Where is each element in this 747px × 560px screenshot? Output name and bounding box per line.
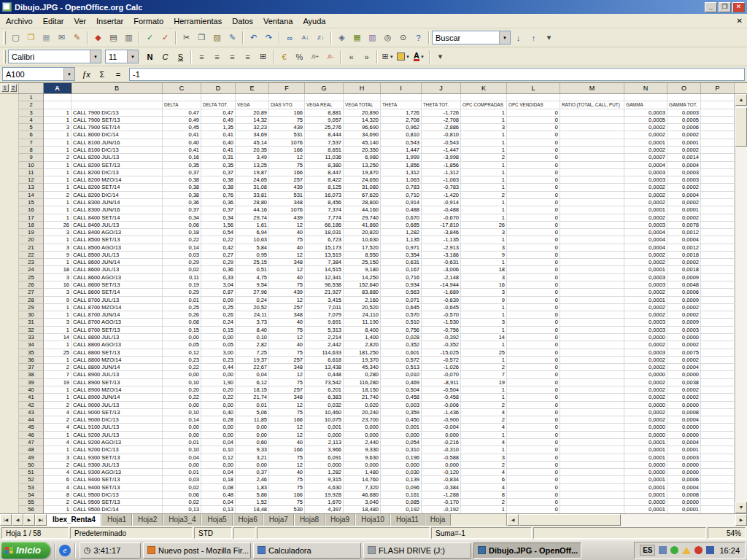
- cell-M7[interactable]: [560, 139, 624, 147]
- cell-N48[interactable]: 0,0001: [624, 446, 667, 454]
- row-header-28[interactable]: 28: [19, 297, 44, 304]
- cell-C24[interactable]: 0,02: [163, 266, 201, 273]
- cell-M1[interactable]: [560, 94, 624, 101]
- cell-D38[interactable]: 0,00: [201, 371, 236, 378]
- cell-P47[interactable]: [701, 439, 735, 446]
- menu-formato[interactable]: Formato: [128, 15, 169, 28]
- cell-J9[interactable]: -3,998: [422, 154, 461, 161]
- cell-C28[interactable]: 0,01: [163, 297, 201, 304]
- cell-A28[interactable]: 9: [44, 297, 71, 304]
- column-header-N[interactable]: N: [624, 83, 667, 94]
- cell-L5[interactable]: 0: [507, 124, 560, 131]
- cell-D56[interactable]: 0,13: [201, 506, 236, 513]
- cell-H29[interactable]: 20,520: [344, 304, 381, 311]
- cell-L55[interactable]: 0: [507, 499, 560, 506]
- cell-G48[interactable]: 3,966: [305, 446, 344, 454]
- cell-L3[interactable]: 0: [507, 109, 560, 117]
- cell-G28[interactable]: 3,415: [305, 297, 344, 304]
- cell-G27[interactable]: 21,927: [305, 289, 344, 296]
- cell-L56[interactable]: 0: [507, 506, 560, 513]
- cell-H28[interactable]: 2,160: [344, 297, 381, 304]
- cell-I41[interactable]: 0,458: [381, 394, 422, 401]
- cell-C34[interactable]: 0,05: [163, 341, 201, 349]
- cell-K11[interactable]: 1: [461, 169, 507, 176]
- cell-P54[interactable]: [701, 491, 735, 499]
- row-header-7[interactable]: 7: [19, 139, 44, 147]
- cell-J17[interactable]: -0,670: [422, 214, 461, 222]
- cell-M33[interactable]: [560, 334, 624, 341]
- scroll-right-icon[interactable]: ▶: [735, 514, 747, 526]
- row-header-31[interactable]: 31: [19, 319, 44, 326]
- cell-E40[interactable]: 18,15: [236, 386, 269, 394]
- cell-J6[interactable]: -0,810: [422, 131, 461, 139]
- cell-J8[interactable]: -1,447: [422, 147, 461, 154]
- cell-M28[interactable]: [560, 297, 624, 304]
- cell-N1[interactable]: [624, 94, 667, 101]
- cell-A26[interactable]: 16: [44, 281, 71, 289]
- row-header-49[interactable]: 49: [19, 454, 44, 462]
- cut-icon[interactable]: ✂: [179, 30, 194, 45]
- cell-N43[interactable]: 0,0002: [624, 409, 667, 416]
- cell-O21[interactable]: 0,0012: [667, 244, 701, 252]
- cell-H49[interactable]: 9,630: [344, 454, 381, 462]
- paste-icon[interactable]: ▨: [209, 30, 225, 45]
- cell-F23[interactable]: 348: [269, 259, 305, 266]
- cell-F45[interactable]: 12: [269, 424, 305, 431]
- row-header-56[interactable]: 56: [19, 506, 44, 513]
- cell-C51[interactable]: 0,01: [163, 469, 201, 476]
- cell-J11[interactable]: -1,312: [422, 169, 461, 176]
- cell-B24[interactable]: CALL 8600 JUL/13: [71, 266, 163, 273]
- cell-J50[interactable]: 0,000: [422, 462, 461, 469]
- column-header-C[interactable]: C: [163, 83, 201, 94]
- cell-G56[interactable]: 4,397: [305, 506, 344, 513]
- cell-A55[interactable]: 2: [44, 499, 71, 506]
- cell-N51[interactable]: 0,0000: [624, 469, 667, 476]
- cell-M45[interactable]: [560, 424, 624, 431]
- cell-A36[interactable]: 1: [44, 357, 71, 364]
- cell-N5[interactable]: 0,0002: [624, 124, 667, 131]
- cell-H26[interactable]: 152,640: [344, 281, 381, 289]
- cell-O6[interactable]: 0,0002: [667, 131, 701, 139]
- cell-G30[interactable]: 7,079: [305, 311, 344, 319]
- cell-C8[interactable]: 0,41: [163, 147, 201, 154]
- cell-A53[interactable]: 4: [44, 484, 71, 491]
- cell-I22[interactable]: 0,354: [381, 252, 422, 259]
- cell-I5[interactable]: 0,962: [381, 124, 422, 131]
- cell-H54[interactable]: 46,880: [344, 491, 381, 499]
- cell-B15[interactable]: CALL 8300 JUN/14: [71, 199, 163, 206]
- cell-A34[interactable]: 1: [44, 341, 71, 349]
- cell-A7[interactable]: 1: [44, 139, 71, 147]
- cell-A41[interactable]: 1: [44, 394, 71, 401]
- toolbar-options-standard-icon[interactable]: ▾: [541, 30, 557, 45]
- cell-N31[interactable]: 0,0003: [624, 319, 667, 326]
- cell-D30[interactable]: 0,26: [201, 311, 236, 319]
- cell-I35[interactable]: 0,601: [381, 349, 422, 357]
- cell-L19[interactable]: 0: [507, 229, 560, 236]
- cell-B13[interactable]: CALL 8200 SET/14: [71, 184, 163, 191]
- row-header-29[interactable]: 29: [19, 304, 44, 311]
- cell-G3[interactable]: 8,881: [305, 109, 344, 117]
- cell-O13[interactable]: 0,0002: [667, 184, 701, 191]
- vertical-scroll-thumb[interactable]: [735, 107, 747, 147]
- cell-I19[interactable]: 1,282: [381, 229, 422, 236]
- cell-J20[interactable]: -1,135: [422, 236, 461, 244]
- cell-C40[interactable]: 0,20: [163, 386, 201, 394]
- cell-J32[interactable]: -0,756: [422, 327, 461, 334]
- cell-M20[interactable]: [560, 236, 624, 244]
- cell-N11[interactable]: 0,0003: [624, 169, 667, 176]
- cell-O35[interactable]: 0,0075: [667, 349, 701, 357]
- cell-D51[interactable]: 0,04: [201, 469, 236, 476]
- cell-N29[interactable]: 0,0002: [624, 304, 667, 311]
- cell-B33[interactable]: CALL 8800 JUL/13: [71, 334, 163, 341]
- cell-C30[interactable]: 0,26: [163, 311, 201, 319]
- cell-B28[interactable]: CALL 8700 JUL/13: [71, 297, 163, 304]
- cell-B47[interactable]: CALL 9200 AGO/13: [71, 439, 163, 446]
- email-document-icon[interactable]: ✉: [54, 30, 69, 45]
- cell-E44[interactable]: 11,85: [236, 416, 269, 424]
- find-previous-icon[interactable]: ↑: [526, 30, 541, 45]
- cell-I36[interactable]: 0,572: [381, 357, 422, 364]
- cell-M12[interactable]: [560, 176, 624, 184]
- bold-icon[interactable]: N: [142, 49, 158, 64]
- cell-P46[interactable]: [701, 432, 735, 439]
- cell-D6[interactable]: 0,41: [201, 131, 236, 139]
